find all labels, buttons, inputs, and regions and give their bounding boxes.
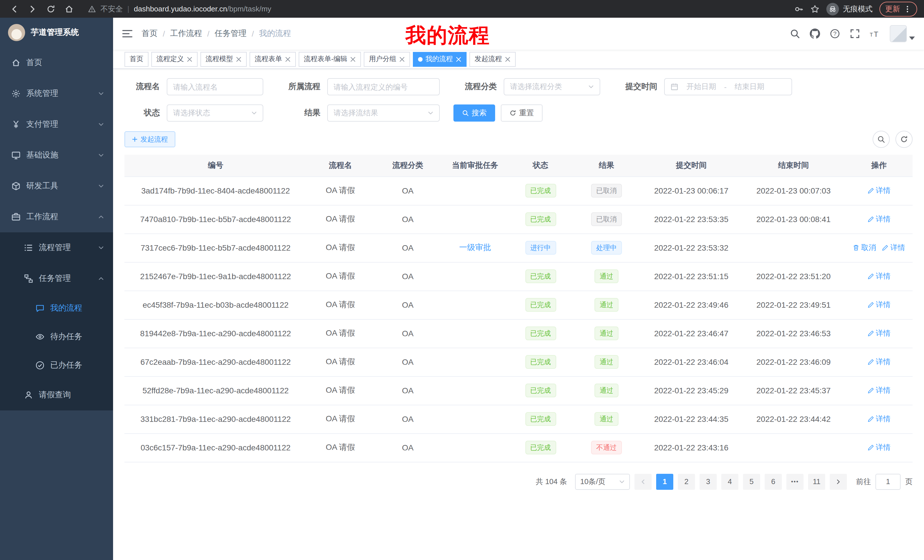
sidebar-item-label: 研发工具	[26, 181, 58, 191]
goto-page-input[interactable]	[876, 473, 901, 490]
detail-link[interactable]: 详情	[867, 328, 891, 338]
prev-page-button[interactable]	[634, 473, 652, 490]
detail-link[interactable]: 详情	[867, 271, 891, 281]
page-button-2[interactable]: 2	[678, 473, 695, 490]
tab-process-model[interactable]: 流程模型	[201, 52, 247, 66]
browser-forward-button[interactable]	[25, 1, 40, 16]
cell-submit-time: 2022-01-23 00:06:17	[641, 177, 742, 205]
next-page-button[interactable]	[830, 473, 847, 490]
table-row: 3ad174fb-7b9d-11ec-8404-acde48001122 OA …	[124, 177, 913, 205]
search-icon	[462, 109, 469, 117]
page-button-3[interactable]: 3	[700, 473, 717, 490]
search-icon[interactable]	[790, 28, 800, 39]
close-icon[interactable]	[399, 56, 405, 62]
cell-name: OA 请假	[307, 433, 374, 462]
more-pages-button[interactable]: •••	[786, 473, 804, 490]
start-process-button[interactable]: 发起流程	[124, 131, 176, 147]
tab-process-form[interactable]: 流程表单	[249, 52, 296, 66]
search-button[interactable]: 搜索	[453, 105, 495, 121]
tab-start-process[interactable]: 发起流程	[470, 52, 516, 66]
refresh-table-button[interactable]	[896, 131, 913, 148]
sidebar-item-process-management[interactable]: 流程管理	[0, 232, 113, 263]
tab-process-definition[interactable]: 流程定义	[152, 52, 198, 66]
github-icon[interactable]	[810, 28, 820, 39]
close-icon[interactable]	[236, 56, 242, 62]
detail-link[interactable]: 详情	[882, 243, 905, 253]
detail-link[interactable]: 详情	[867, 186, 891, 196]
result-select[interactable]: 请选择流结果	[327, 105, 440, 121]
page-size-select[interactable]: 10条/页	[575, 473, 630, 490]
detail-link[interactable]: 详情	[867, 214, 891, 225]
tab-process-form-edit[interactable]: 流程表单-编辑	[298, 52, 361, 66]
close-icon[interactable]	[350, 56, 356, 62]
browser-home-button[interactable]	[62, 1, 76, 16]
sidebar-item-done-tasks[interactable]: 已办任务	[0, 351, 113, 380]
tab-user-group[interactable]: 用户分组	[364, 52, 410, 66]
cancel-link[interactable]: 取消	[853, 243, 876, 253]
detail-link[interactable]: 详情	[867, 414, 891, 424]
breadcrumb-workflow[interactable]: 工作流程	[170, 28, 202, 39]
font-size-icon[interactable]	[870, 28, 880, 39]
result-tag: 通过	[594, 355, 618, 369]
sidebar-item-system-management[interactable]: 系统管理	[0, 78, 113, 109]
page-button-1[interactable]: 1	[656, 473, 673, 490]
browser-back-button[interactable]	[7, 1, 22, 16]
tab-home[interactable]: 首页	[124, 52, 148, 66]
help-icon[interactable]	[830, 28, 840, 39]
sidebar-item-payment-management[interactable]: 支付管理	[0, 109, 113, 140]
sidebar-item-dev-tools[interactable]: 研发工具	[0, 171, 113, 202]
tab-label: 发起流程	[475, 54, 502, 64]
password-key-icon[interactable]	[794, 4, 804, 13]
page-button-6[interactable]: 6	[765, 473, 782, 490]
submit-time-range-picker[interactable]: 开始日期 - 结束日期	[664, 78, 792, 95]
app-logo[interactable]: 芋道管理系统	[0, 18, 113, 47]
close-icon[interactable]	[187, 56, 192, 62]
process-def-input[interactable]	[327, 78, 440, 95]
url-host: dashboard.yudao.iocoder.cn	[134, 4, 227, 13]
page-button-11[interactable]: 11	[808, 473, 825, 490]
sidebar-item-infrastructure[interactable]: 基础设施	[0, 140, 113, 171]
sidebar-item-task-management[interactable]: 任务管理	[0, 263, 113, 294]
detail-label: 详情	[876, 271, 891, 281]
cell-result: 已取消	[572, 205, 641, 234]
browser-update-button[interactable]: 更新	[879, 1, 917, 16]
result-tag: 不通过	[591, 441, 622, 454]
table-row: 7317cec6-7b9b-11ec-b5b7-acde48001122 OA …	[124, 234, 913, 262]
cell-category: OA	[374, 262, 441, 290]
chevron-up-icon	[98, 276, 104, 281]
detail-link[interactable]: 详情	[867, 442, 891, 453]
sidebar-item-leave-query[interactable]: 请假查询	[0, 380, 113, 410]
sidebar-item-label: 流程管理	[39, 243, 71, 253]
hamburger-icon[interactable]	[122, 28, 132, 39]
breadcrumb-task-management[interactable]: 任务管理	[215, 28, 247, 39]
sidebar-item-todo-tasks[interactable]: 待办任务	[0, 322, 113, 351]
close-icon[interactable]	[505, 56, 510, 62]
status-select[interactable]: 请选择状态	[167, 105, 263, 121]
detail-link[interactable]: 详情	[867, 300, 891, 310]
detail-link[interactable]: 详情	[867, 385, 891, 395]
fullscreen-icon[interactable]	[850, 28, 860, 39]
sidebar-item-my-process[interactable]: 我的流程	[0, 294, 113, 322]
browser-refresh-button[interactable]	[44, 1, 58, 16]
sidebar-item-workflow[interactable]: 工作流程	[0, 202, 113, 232]
process-def-label: 所属流程	[277, 82, 320, 92]
page-size-value: 10条/页	[580, 476, 605, 487]
close-icon[interactable]	[285, 56, 291, 62]
category-select[interactable]: 请选择流程分类	[504, 78, 600, 95]
browser-menu-icon[interactable]	[903, 5, 911, 13]
page-button-5[interactable]: 5	[743, 473, 760, 490]
tab-my-process[interactable]: 我的流程	[413, 52, 466, 66]
current-task-link[interactable]: 一级审批	[459, 243, 491, 252]
toggle-search-button[interactable]	[873, 131, 890, 148]
detail-link[interactable]: 详情	[867, 357, 891, 367]
sidebar-item-home[interactable]: 首页	[0, 47, 113, 78]
user-avatar-menu[interactable]	[890, 25, 915, 42]
reset-button[interactable]: 重置	[501, 105, 543, 121]
page-button-4[interactable]: 4	[721, 473, 738, 490]
close-icon[interactable]	[456, 56, 461, 62]
breadcrumb-home[interactable]: 首页	[142, 28, 158, 39]
bookmark-star-icon[interactable]	[810, 4, 819, 13]
process-name-input[interactable]	[167, 78, 263, 95]
edit-icon	[882, 244, 889, 251]
address-bar[interactable]: 不安全 | dashboard.yudao.iocoder.cn/bpm/tas…	[88, 4, 791, 14]
